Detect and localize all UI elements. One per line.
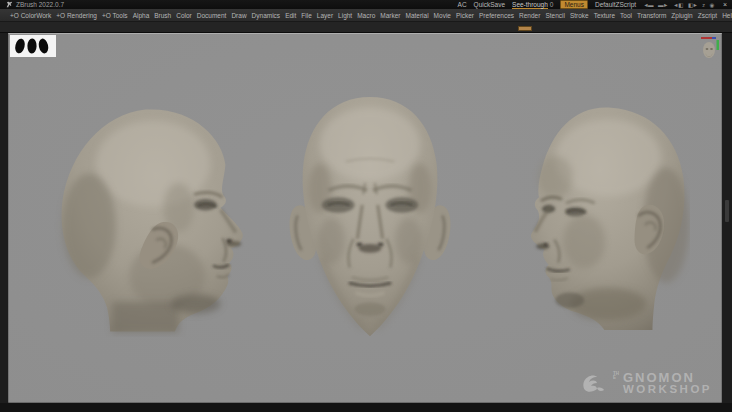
zbrush-logo-icon — [5, 1, 13, 8]
bottom-bar — [0, 403, 732, 412]
slide-right-tray-icon[interactable]: ◧► — [688, 2, 698, 8]
quicksave-button[interactable]: QuickSave — [474, 1, 505, 8]
menu-item-document[interactable]: Document — [196, 12, 228, 19]
zoom-canvas-icon[interactable]: z — [702, 2, 704, 8]
menu-item-file[interactable]: File — [300, 12, 312, 19]
menu-item-picker[interactable]: Picker — [455, 12, 475, 19]
watermark-sub: WORKSHOP — [623, 384, 712, 396]
sculpt-head-three-quarter[interactable] — [512, 103, 690, 333]
gnomon-watermark: THE GNOMON WORKSHOP — [581, 371, 712, 396]
menu-item-texture[interactable]: Texture — [593, 12, 616, 19]
active-tool-preview-icon[interactable] — [700, 37, 720, 63]
menu-item-o-tools[interactable]: +O Tools — [101, 12, 129, 19]
menu-item-o-colorwork[interactable]: +O ColorWork — [9, 12, 52, 19]
watermark-name: GNOMON — [623, 371, 712, 384]
scroll-right-tray-icon[interactable]: ▬► — [658, 2, 668, 8]
menu-item-help[interactable]: Help — [721, 12, 732, 19]
menu-item-o-rendering[interactable]: +O Rendering — [55, 12, 98, 19]
menu-item-marker[interactable]: Marker — [379, 12, 401, 19]
menu-item-transform[interactable]: Transform — [636, 12, 667, 19]
menu-item-alpha[interactable]: Alpha — [132, 12, 151, 19]
menu-item-material[interactable]: Material — [404, 12, 429, 19]
divider-handle[interactable] — [518, 26, 532, 31]
sculpt-canvas[interactable]: THE GNOMON WORKSHOP — [8, 33, 722, 403]
menu-item-tool[interactable]: Tool — [619, 12, 633, 19]
menus-button[interactable]: Menus — [560, 0, 588, 9]
menu-item-zscript[interactable]: Zscript — [697, 12, 719, 19]
zbrush-window: ZBrush 2022.0.7 AC QuickSave See-through… — [0, 0, 732, 412]
sculpt-head-profile[interactable] — [53, 105, 253, 337]
thumbnail-preview[interactable] — [10, 35, 56, 57]
menu-item-color[interactable]: Color — [175, 12, 193, 19]
tray-divider-grip[interactable] — [725, 200, 729, 222]
menu-item-zplugin[interactable]: Zplugin — [670, 12, 693, 19]
default-zscript-button[interactable]: DefaultZScript — [595, 1, 636, 8]
see-through-label: See-through — [512, 1, 548, 9]
watermark-the: THE — [613, 372, 619, 395]
menu-item-light[interactable]: Light — [337, 12, 353, 19]
titlebar-icon-group: ◄▬▬►◄◧◧►z◉ — [643, 2, 714, 8]
right-tray[interactable] — [722, 33, 732, 403]
ac-button[interactable]: AC — [458, 1, 467, 8]
close-icon[interactable]: × — [721, 1, 727, 8]
menu-item-dynamics[interactable]: Dynamics — [251, 12, 282, 19]
menu-item-brush[interactable]: Brush — [153, 12, 172, 19]
scroll-left-tray-icon[interactable]: ◄▬ — [643, 2, 653, 8]
toolbar-strip — [0, 22, 732, 33]
menu-item-stencil[interactable]: Stencil — [544, 12, 566, 19]
see-through-value: 0 — [550, 1, 554, 8]
left-tray[interactable] — [0, 33, 8, 403]
menu-item-draw[interactable]: Draw — [230, 12, 247, 19]
menu-item-preferences[interactable]: Preferences — [478, 12, 515, 19]
circle-icon[interactable]: ◉ — [710, 2, 714, 8]
menu-item-edit[interactable]: Edit — [284, 12, 297, 19]
menu-item-stroke[interactable]: Stroke — [569, 12, 590, 19]
sculpt-head-front[interactable] — [288, 93, 452, 341]
titlebar: ZBrush 2022.0.7 AC QuickSave See-through… — [0, 0, 732, 9]
menu-item-movie[interactable]: Movie — [433, 12, 452, 19]
menu-item-layer[interactable]: Layer — [316, 12, 334, 19]
gnomon-logo-icon — [581, 371, 609, 395]
app-title: ZBrush 2022.0.7 — [16, 1, 64, 8]
menubar: +O ColorWork+O Rendering+O ToolsAlphaBru… — [0, 9, 732, 22]
menu-item-macro[interactable]: Macro — [356, 12, 376, 19]
menu-item-render[interactable]: Render — [518, 12, 541, 19]
see-through-slider[interactable]: See-through 0 — [512, 1, 553, 9]
slide-left-tray-icon[interactable]: ◄◧ — [673, 2, 683, 8]
